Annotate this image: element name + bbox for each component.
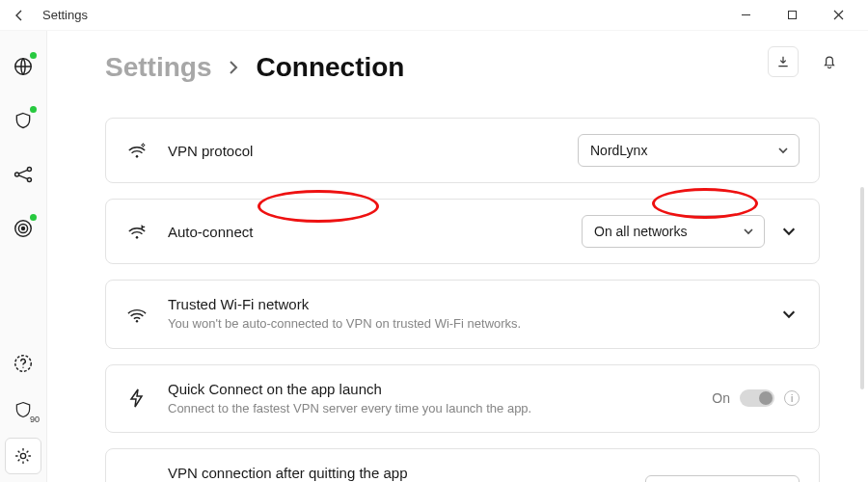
chevron-down-icon (781, 307, 797, 322)
row-subtitle: You won't be auto-connected to VPN on tr… (168, 315, 759, 333)
row-title: Quick Connect on the app launch (168, 381, 692, 397)
info-button[interactable]: i (784, 390, 800, 406)
sidebar-bottom: 90 (5, 345, 41, 482)
row-vpn-protocol: VPN protocol NordLynx (105, 118, 820, 183)
sidebar: 90 (0, 31, 47, 482)
signal-auto-icon (125, 222, 149, 241)
window-controls (723, 2, 860, 29)
row-title: VPN protocol (168, 143, 558, 159)
bell-icon (821, 53, 838, 70)
notifications-button[interactable] (814, 46, 845, 77)
after-quit-select[interactable]: Ask every time (645, 475, 800, 482)
sidebar-item-target[interactable] (5, 210, 41, 247)
svg-point-2 (15, 173, 19, 176)
shield-icon (14, 110, 33, 131)
breadcrumb-root[interactable]: Settings (105, 52, 211, 83)
svg-point-12 (136, 236, 139, 239)
svg-point-7 (22, 228, 25, 230)
app-window: Settings (0, 0, 868, 482)
window-title: Settings (42, 8, 88, 22)
globe-icon (13, 56, 34, 77)
row-title: VPN connection after quitting the app (168, 465, 626, 481)
svg-rect-0 (788, 12, 796, 19)
sidebar-item-mesh[interactable] (5, 156, 41, 193)
svg-point-4 (27, 177, 31, 181)
row-quick-connect: Quick Connect on the app launch Connect … (105, 364, 820, 434)
arrow-left-icon (13, 9, 26, 22)
close-icon (833, 10, 844, 20)
main-pane: Settings Connection VPN protocol NordLyn… (47, 31, 868, 482)
svg-point-9 (22, 366, 23, 367)
chevron-down-icon (777, 145, 789, 156)
download-icon (775, 54, 791, 69)
security-score-badge: 90 (30, 415, 40, 424)
toggle-knob-icon (759, 391, 773, 405)
svg-point-10 (20, 453, 25, 458)
svg-point-3 (27, 167, 31, 171)
maximize-button[interactable] (770, 2, 814, 29)
breadcrumb: Settings Connection (105, 52, 820, 83)
main-content: Settings Connection VPN protocol NordLyn… (47, 31, 868, 482)
row-subtitle: Connect to the fastest VPN server every … (168, 400, 692, 417)
titlebar: Settings (0, 0, 868, 31)
row-after-quit: VPN connection after quitting the app Ev… (105, 448, 820, 482)
titlebar-left: Settings (8, 4, 88, 27)
top-actions (768, 46, 845, 77)
download-button[interactable] (768, 46, 799, 77)
status-dot-icon (30, 106, 37, 113)
row-auto-connect: Auto-connect On all networks (105, 199, 820, 264)
expand-autoconnect-button[interactable] (778, 224, 800, 239)
chevron-right-icon (227, 59, 240, 76)
close-button[interactable] (816, 2, 860, 29)
page-title: Connection (256, 52, 404, 83)
row-title: Auto-connect (168, 224, 562, 240)
minimize-icon (741, 10, 751, 20)
sidebar-item-shield[interactable] (5, 102, 41, 139)
gear-icon (14, 446, 33, 466)
svg-point-13 (136, 320, 138, 322)
status-dot-icon (30, 214, 37, 221)
target-icon (13, 218, 34, 239)
row-trusted-wifi: Trusted Wi-Fi network You won't be auto-… (105, 280, 820, 349)
minimize-button[interactable] (723, 2, 768, 29)
quick-connect-toggle[interactable] (740, 389, 774, 407)
vpn-protocol-select[interactable]: NordLynx (578, 134, 800, 167)
toggle-state-label: On (712, 390, 730, 406)
app-body: 90 Settings (0, 31, 868, 482)
status-dot-icon (30, 52, 37, 59)
chevron-down-icon (743, 226, 754, 237)
select-value: NordLynx (590, 143, 647, 158)
help-icon (13, 353, 34, 374)
row-title: Trusted Wi-Fi network (168, 296, 759, 312)
mesh-icon (13, 164, 34, 185)
auto-connect-select[interactable]: On all networks (582, 215, 765, 248)
signal-sparkle-icon (125, 141, 149, 160)
select-value: On all networks (594, 224, 687, 239)
maximize-icon (787, 10, 798, 20)
sidebar-item-help[interactable] (5, 345, 41, 382)
chevron-down-icon (781, 224, 797, 239)
sidebar-item-security-score[interactable]: 90 (5, 391, 41, 428)
sidebar-item-settings[interactable] (5, 438, 41, 474)
lightning-icon (125, 388, 149, 409)
sidebar-item-globe[interactable] (5, 48, 41, 85)
wifi-icon (125, 305, 149, 324)
expand-trusted-wifi-button[interactable] (778, 307, 800, 322)
scrollbar[interactable] (860, 187, 864, 389)
back-button[interactable] (8, 4, 31, 27)
svg-point-11 (136, 155, 139, 158)
